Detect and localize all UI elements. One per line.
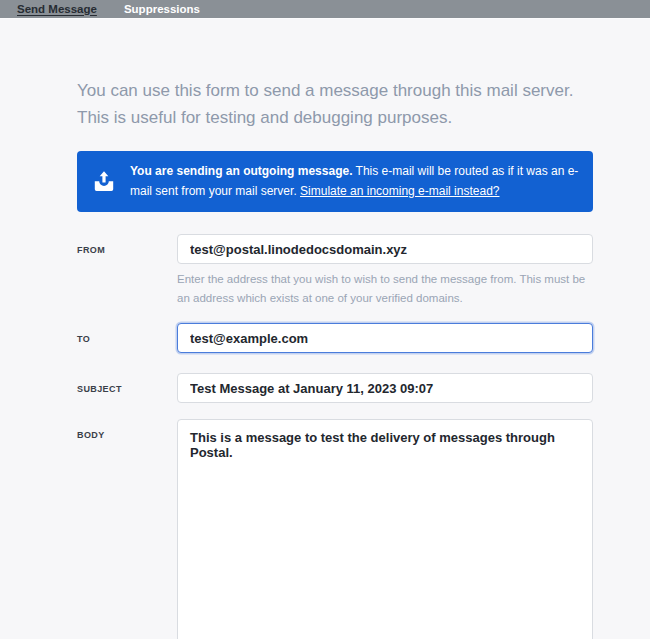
- outgoing-message-alert: You are sending an outgoing message. Thi…: [77, 151, 593, 213]
- body-textarea[interactable]: This is a message to test the delivery o…: [177, 419, 593, 639]
- to-field-row: TO: [77, 323, 650, 353]
- to-label: TO: [77, 323, 177, 353]
- tab-send-message[interactable]: Send Message: [17, 0, 97, 19]
- from-help-text: Enter the address that you wish to wish …: [177, 270, 589, 307]
- subject-field-row: SUBJECT: [77, 373, 650, 403]
- from-label: FROM: [77, 234, 177, 307]
- alert-lead-text: You are sending an outgoing message.: [130, 164, 352, 178]
- body-label: BODY: [77, 419, 177, 639]
- from-input[interactable]: [177, 234, 593, 264]
- simulate-incoming-link[interactable]: Simulate an incoming e-mail instead?: [300, 184, 499, 198]
- subject-label: SUBJECT: [77, 373, 177, 403]
- subject-input[interactable]: [177, 373, 593, 403]
- page-content: You can use this form to send a message …: [0, 19, 650, 639]
- alert-message: You are sending an outgoing message. Thi…: [130, 162, 579, 202]
- top-navbar: Send Message Suppressions: [0, 0, 650, 19]
- tab-suppressions[interactable]: Suppressions: [124, 0, 200, 19]
- from-field-row: FROM Enter the address that you wish to …: [77, 234, 650, 307]
- outgoing-mail-icon: [91, 170, 117, 194]
- intro-text: You can use this form to send a message …: [77, 78, 591, 132]
- body-field-row: BODY This is a message to test the deliv…: [77, 419, 650, 639]
- to-input[interactable]: [177, 323, 593, 353]
